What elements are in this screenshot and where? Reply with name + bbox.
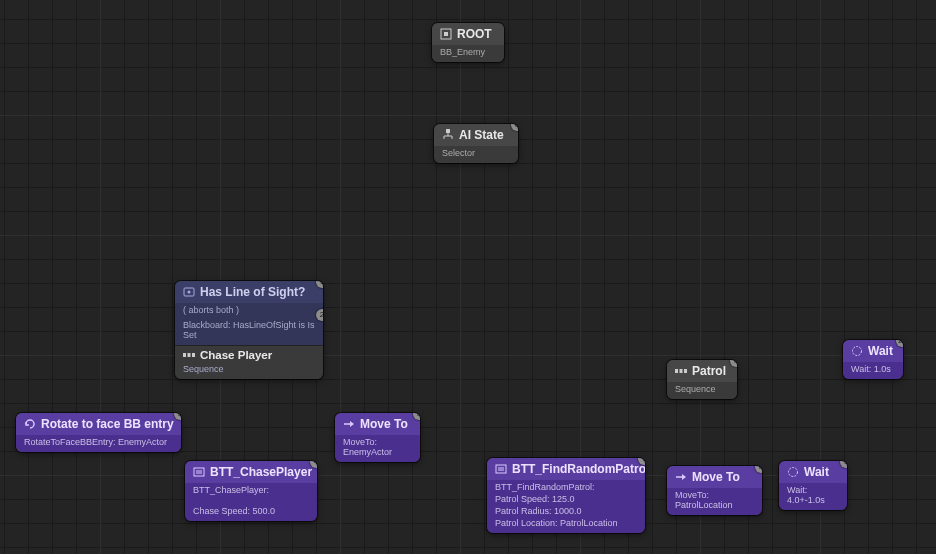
sequence-icon — [183, 349, 195, 361]
node-title: Rotate to face BB entry — [41, 417, 174, 431]
svg-rect-21 — [192, 353, 195, 357]
svg-rect-22 — [194, 468, 204, 476]
svg-rect-26 — [675, 369, 678, 373]
node-title: Move To — [360, 417, 408, 431]
wait-icon — [851, 345, 863, 357]
exec-index-badge: 2 — [316, 309, 323, 321]
node-root[interactable]: ROOT BB_Enemy — [432, 23, 504, 62]
svg-rect-29 — [496, 465, 506, 473]
svg-rect-12 — [446, 129, 450, 133]
node-subtitle: Sequence — [667, 382, 737, 399]
node-wait-variable[interactable]: Wait Wait: 4.0+-1.0s 9 — [779, 461, 847, 510]
moveto-icon — [675, 471, 687, 483]
task-icon — [193, 466, 205, 478]
node-subtitle: BB_Enemy — [432, 45, 504, 62]
node-subtitle: MoveTo: EnemyActor — [335, 435, 420, 462]
node-btt-findrandompatrol[interactable]: BTT_FindRandomPatrol BTT_FindRandomPatro… — [487, 458, 645, 533]
node-subtitle: Sequence — [175, 362, 323, 379]
svg-rect-20 — [188, 353, 191, 357]
decorator-title: Has Line of Sight? — [200, 285, 305, 299]
node-wait-fixed[interactable]: Wait Wait: 1.0s 10 — [843, 340, 903, 379]
svg-rect-19 — [183, 353, 186, 357]
node-title: AI State — [459, 128, 504, 142]
wait-icon — [787, 466, 799, 478]
node-subtitle: BTT_ChasePlayer: — [185, 483, 317, 500]
root-icon — [440, 28, 452, 40]
moveto-icon — [343, 418, 355, 430]
svg-point-18 — [188, 291, 191, 294]
node-title: BTT_FindRandomPatrol — [512, 462, 645, 476]
node-title: Patrol — [692, 364, 726, 378]
node-aistate[interactable]: AI State Selector 0 — [434, 124, 518, 163]
node-detail: Patrol Speed: 125.0 — [487, 493, 645, 505]
node-moveto-enemy[interactable]: Move To MoveTo: EnemyActor 5 — [335, 413, 420, 462]
node-header: Chase Player — [175, 345, 323, 362]
node-subtitle: RotateToFaceBBEntry: EnemyActor — [16, 435, 181, 452]
svg-rect-27 — [680, 369, 683, 373]
node-detail: Patrol Radius: 1000.0 — [487, 505, 645, 517]
node-title: ROOT — [457, 27, 492, 41]
node-title: BTT_ChasePlayer — [210, 465, 312, 479]
node-detail: Patrol Location: PatrolLocation — [487, 517, 645, 533]
svg-point-34 — [853, 347, 862, 356]
node-rotate-face[interactable]: Rotate to face BB entry RotateToFaceBBEn… — [16, 413, 181, 452]
node-subtitle: BTT_FindRandomPatrol: — [487, 480, 645, 493]
graph-edges — [0, 0, 300, 150]
sequence-icon — [675, 365, 687, 377]
node-title: Move To — [692, 470, 740, 484]
node-subtitle: Wait: 1.0s — [843, 362, 903, 379]
node-title: Chase Player — [200, 349, 272, 361]
decorator-line1: ( aborts both ) — [175, 303, 323, 320]
svg-rect-28 — [684, 369, 687, 373]
decorator-line2: Blackboard: HasLineOfSight is Is Set — [175, 320, 323, 345]
node-subtitle: MoveTo: PatrolLocation — [667, 488, 762, 515]
node-detail: Chase Speed: 500.0 — [185, 500, 317, 521]
node-moveto-patrol[interactable]: Move To MoveTo: PatrolLocation 8 — [667, 466, 762, 515]
node-title: Wait — [804, 465, 829, 479]
selector-icon — [442, 129, 454, 141]
svg-point-33 — [789, 468, 798, 477]
node-subtitle: Wait: 4.0+-1.0s — [779, 483, 847, 510]
node-btt-chaseplayer[interactable]: BTT_ChasePlayer BTT_ChasePlayer: Chase S… — [185, 461, 317, 521]
node-title: Wait — [868, 344, 893, 358]
task-icon — [24, 418, 36, 430]
node-chase-player[interactable]: Has Line of Sight? ( aborts both ) Black… — [175, 281, 323, 379]
node-subtitle: Selector — [434, 146, 518, 163]
svg-rect-11 — [444, 32, 448, 36]
task-icon — [495, 463, 507, 475]
decorator-icon — [183, 286, 195, 298]
node-patrol[interactable]: Patrol Sequence 6 — [667, 360, 737, 399]
